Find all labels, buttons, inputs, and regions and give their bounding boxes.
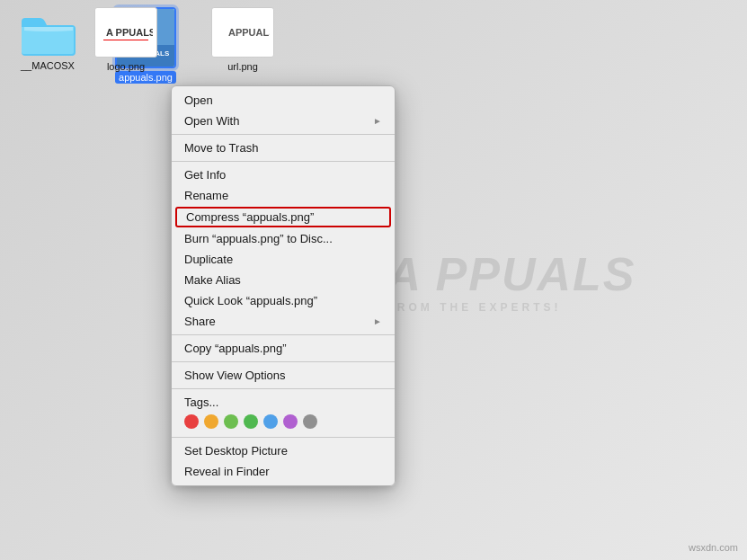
bg-logo-text: A PPUALS: [387, 247, 636, 301]
menu-item-move-to-trash[interactable]: Move to Trash: [172, 138, 395, 158]
menu-item-share[interactable]: Share ►: [172, 311, 395, 332]
tag-dots-row: [184, 414, 382, 429]
tag-purple[interactable]: [283, 414, 298, 429]
menu-item-compress[interactable]: Compress “appuals.png”: [175, 207, 391, 227]
appuals-file-label: appuals.png: [115, 71, 176, 84]
tag-red[interactable]: [184, 414, 199, 429]
svg-rect-16: [103, 40, 148, 40]
menu-item-show-view-options[interactable]: Show View Options: [172, 365, 395, 386]
svg-text:APPUALS: APPUALS: [228, 27, 270, 38]
menu-item-get-info[interactable]: Get Info: [172, 164, 395, 185]
tags-section: Tags...: [172, 392, 395, 434]
share-arrow: ►: [373, 316, 382, 326]
menu-item-set-desktop[interactable]: Set Desktop Picture: [172, 440, 395, 461]
menu-item-open-with-label: Open With: [184, 114, 239, 128]
menu-item-copy-label: Copy “appuals.png”: [184, 342, 286, 355]
tag-orange[interactable]: [204, 414, 218, 429]
menu-item-burn[interactable]: Burn “appuals.png” to Disc...: [172, 228, 395, 249]
tag-blue[interactable]: [263, 414, 278, 429]
url-png-label: url.png: [227, 61, 258, 72]
bg-logo-sub: FROM THE EXPERTS!: [387, 301, 636, 314]
menu-item-open-label: Open: [184, 93, 213, 107]
menu-item-quick-look[interactable]: Quick Look “appuals.png”: [172, 290, 395, 311]
svg-text:A PPUALS: A PPUALS: [106, 27, 153, 38]
menu-item-reveal-label: Reveal in Finder: [184, 465, 270, 478]
logo-png-thumbnail: A PPUALS: [94, 7, 157, 58]
macosx-folder-icon[interactable]: __MACOSX: [18, 11, 77, 72]
menu-item-show-view-options-label: Show View Options: [184, 369, 286, 382]
menu-item-trash-label: Move to Trash: [184, 141, 258, 155]
separator-2: [172, 161, 395, 162]
menu-item-get-info-label: Get Info: [184, 168, 226, 182]
menu-item-make-alias[interactable]: Make Alias: [172, 270, 395, 290]
menu-item-share-label: Share: [184, 315, 216, 328]
menu-item-open[interactable]: Open: [172, 90, 395, 111]
top-icons-row: A PPUALS logo.png APPUALS url.png: [90, 7, 279, 72]
macosx-folder-label: __MACOSX: [18, 59, 77, 72]
tags-label[interactable]: Tags...: [184, 396, 382, 409]
url-png-icon[interactable]: APPUALS url.png: [207, 7, 279, 72]
open-with-arrow: ►: [373, 116, 382, 126]
menu-item-compress-label: Compress “appuals.png”: [186, 210, 314, 224]
menu-item-burn-label: Burn “appuals.png” to Disc...: [184, 232, 333, 245]
menu-item-rename-label: Rename: [184, 189, 228, 202]
menu-item-duplicate[interactable]: Duplicate: [172, 249, 395, 270]
separator-4: [172, 361, 395, 362]
menu-item-set-desktop-label: Set Desktop Picture: [184, 444, 288, 458]
logo-png-icon[interactable]: A PPUALS logo.png: [90, 7, 162, 72]
folder-icon-shape: [20, 11, 76, 56]
separator-1: [172, 134, 395, 135]
menu-item-copy[interactable]: Copy “appuals.png”: [172, 338, 395, 359]
context-menu: Open Open With ► Move to Trash Get Info …: [171, 85, 396, 486]
menu-item-make-alias-label: Make Alias: [184, 273, 241, 287]
tag-gray[interactable]: [303, 414, 317, 429]
menu-item-quick-look-label: Quick Look “appuals.png”: [184, 294, 317, 307]
watermark: wsxdn.com: [689, 542, 738, 553]
separator-5: [172, 388, 395, 389]
tag-green[interactable]: [244, 414, 258, 429]
url-png-thumbnail: APPUALS: [211, 7, 274, 58]
separator-3: [172, 334, 395, 335]
separator-6: [172, 437, 395, 438]
menu-item-rename[interactable]: Rename: [172, 185, 395, 206]
desktop: A A PPUALS FROM THE EXPERTS! __MACOSX: [0, 0, 747, 560]
menu-item-open-with[interactable]: Open With ►: [172, 111, 395, 131]
menu-item-reveal-in-finder[interactable]: Reveal in Finder: [172, 461, 395, 482]
logo-png-label: logo.png: [107, 61, 145, 72]
tag-yellow-green[interactable]: [224, 414, 238, 429]
menu-item-duplicate-label: Duplicate: [184, 253, 233, 266]
